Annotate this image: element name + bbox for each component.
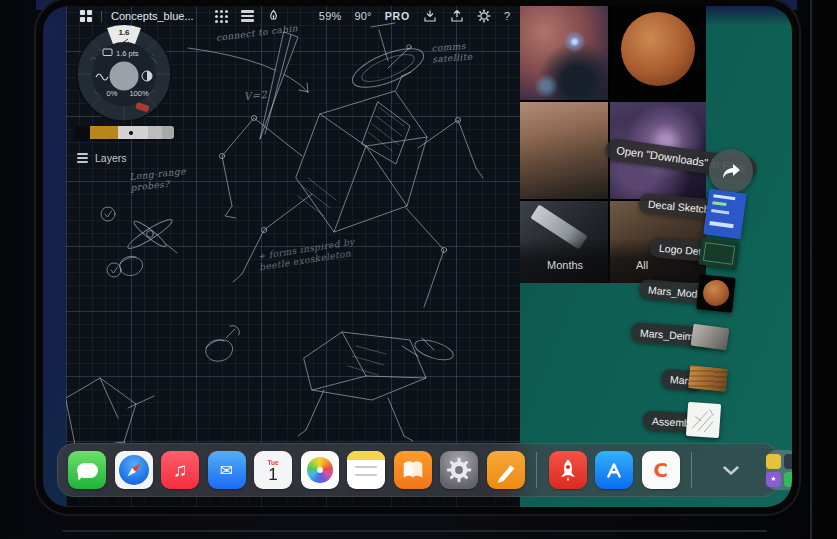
rocket-icon (555, 457, 581, 483)
swatch-midgray[interactable] (148, 126, 162, 139)
dock-app-notes[interactable] (347, 451, 385, 489)
brush-size-label: 1.6 pts (116, 49, 139, 58)
dock-divider (536, 452, 537, 488)
mini-app-icon (784, 472, 792, 487)
messages-icon (77, 463, 98, 478)
mini-app-icon: ★ (766, 472, 781, 487)
notes-icon (347, 451, 385, 460)
swatch-gold[interactable] (90, 126, 118, 139)
pressure-value: 0% (107, 89, 118, 98)
drag-thumb-logo-detail[interactable] (698, 237, 739, 269)
color-swatch-bar[interactable] (75, 126, 174, 139)
layers-label: Layers (95, 152, 127, 164)
active-brush-size: 1.6 (118, 28, 130, 37)
import-icon[interactable] (423, 9, 437, 23)
drag-thumb-mars-model[interactable] (696, 274, 735, 313)
dock-collapse-button[interactable] (716, 455, 746, 485)
photo-mars-planet[interactable] (610, 6, 706, 100)
dock-app-settings[interactable] (440, 451, 478, 489)
share-button[interactable] (709, 149, 753, 193)
swatch-gray[interactable] (162, 126, 174, 139)
appstore-a-icon (600, 456, 628, 484)
dock-app-books[interactable] (394, 451, 432, 489)
device-edge-line (810, 0, 812, 539)
pen-nib-icon[interactable] (267, 9, 280, 23)
dock-app-rocket[interactable] (549, 451, 587, 489)
dock-app-safari[interactable] (115, 451, 153, 489)
c-swirl-icon: C (653, 458, 668, 482)
mail-envelope-icon: ✉ (220, 461, 233, 480)
layers-menu-icon (77, 153, 88, 163)
swatch-black[interactable] (75, 126, 90, 139)
drag-thumb-mars[interactable] (688, 365, 728, 392)
settings-gear-icon (445, 456, 473, 484)
calendar-day: 1 (268, 466, 277, 484)
pen-icon (492, 456, 520, 484)
dock-app-mail[interactable]: ✉ (208, 451, 246, 489)
export-icon[interactable] (450, 9, 464, 23)
zoom-level[interactable]: 59% (319, 10, 342, 22)
annotation-satellite: comms satellite (431, 41, 473, 66)
forward-arrow-icon (720, 161, 742, 181)
settings-gear-icon[interactable] (477, 9, 491, 23)
dock-app-photos[interactable] (301, 451, 339, 489)
tab-all[interactable]: All (636, 259, 648, 271)
pro-badge[interactable]: PRO (385, 10, 410, 22)
concepts-app-window: Concepts_blue... 59% 90° PRO (66, 6, 520, 507)
annotation-version: V=2 (244, 89, 268, 102)
layers-button[interactable]: Layers (77, 152, 127, 164)
photo-desert-landscape[interactable] (520, 102, 608, 199)
dock-app-music[interactable]: ♫ (161, 451, 199, 489)
dock-app-concepts[interactable] (487, 451, 525, 489)
dock-app-messages[interactable] (68, 451, 106, 489)
device-bottom-edge (62, 530, 767, 532)
dock-app-c-swirl[interactable]: C (642, 451, 680, 489)
ipad-screen: Concepts_blue... 59% 90° PRO (43, 6, 792, 507)
dock-divider (691, 452, 692, 488)
photo-horsehead-nebula[interactable] (520, 6, 608, 100)
safari-compass-icon (119, 455, 149, 485)
drag-thumb-assembly[interactable] (686, 402, 721, 438)
wheel-center-knob (110, 62, 139, 91)
tab-months[interactable]: Months (547, 259, 583, 271)
snap-grid-icon[interactable] (215, 10, 228, 23)
opacity-value: 100% (129, 89, 149, 98)
drag-thumb-decal-sketches[interactable] (703, 189, 747, 240)
dock-app-appstore[interactable] (595, 451, 633, 489)
mini-app-icon (766, 454, 781, 469)
brush-tool-wheel[interactable]: 1.6 1.6 pts 0% 100% (74, 20, 174, 124)
layers-stack-icon[interactable] (241, 10, 254, 22)
help-button[interactable]: ? (504, 10, 510, 22)
photos-flower-icon (307, 457, 333, 483)
mini-app-icon (784, 454, 792, 469)
dock-recent-apps-group[interactable]: ★ (766, 450, 792, 490)
dock-app-calendar[interactable]: Tue 1 (254, 451, 292, 489)
swatch-lightgray-selected[interactable] (118, 126, 148, 139)
canvas-rotation[interactable]: 90° (354, 10, 371, 22)
music-note-icon: ♫ (173, 459, 187, 481)
dock: ♫ ✉ Tue 1 (57, 443, 779, 497)
books-icon (399, 457, 427, 483)
chevron-down-icon (723, 466, 739, 475)
